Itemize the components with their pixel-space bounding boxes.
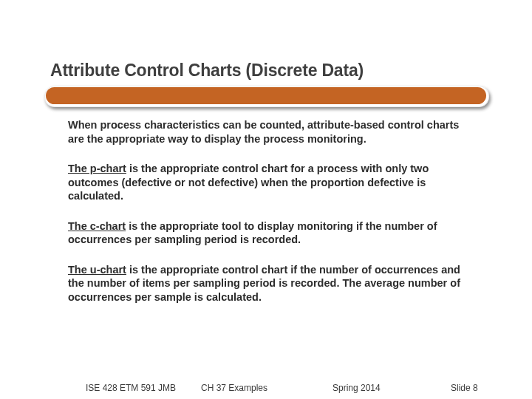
p-chart-lead: The p-chart	[68, 163, 126, 174]
footer-course: ISE 428 ETM 591 JMB	[86, 383, 176, 393]
p-chart-paragraph: The p-chart is the appropriate control c…	[68, 162, 474, 203]
u-chart-text: is the appropriate control chart if the …	[68, 264, 460, 303]
c-chart-lead: The c-chart	[68, 220, 126, 232]
slide-title-block: Attribute Control Charts (Discrete Data)	[50, 61, 486, 81]
footer-chapter: CH 37 Examples	[201, 383, 267, 393]
footer-term: Spring 2014	[332, 383, 381, 393]
c-chart-paragraph: The c-chart is the appropriate tool to d…	[68, 219, 474, 247]
u-chart-lead: The u-chart	[68, 264, 126, 276]
slide-title: Attribute Control Charts (Discrete Data)	[50, 61, 486, 81]
footer-slide-number: Slide 8	[451, 383, 478, 393]
u-chart-paragraph: The u-chart is the appropriate control c…	[68, 263, 474, 304]
intro-paragraph: When process characteristics can be coun…	[68, 118, 474, 146]
slide: Attribute Control Charts (Discrete Data)…	[0, 0, 532, 399]
slide-body: When process characteristics can be coun…	[68, 118, 474, 320]
title-accent-bar	[46, 87, 486, 104]
